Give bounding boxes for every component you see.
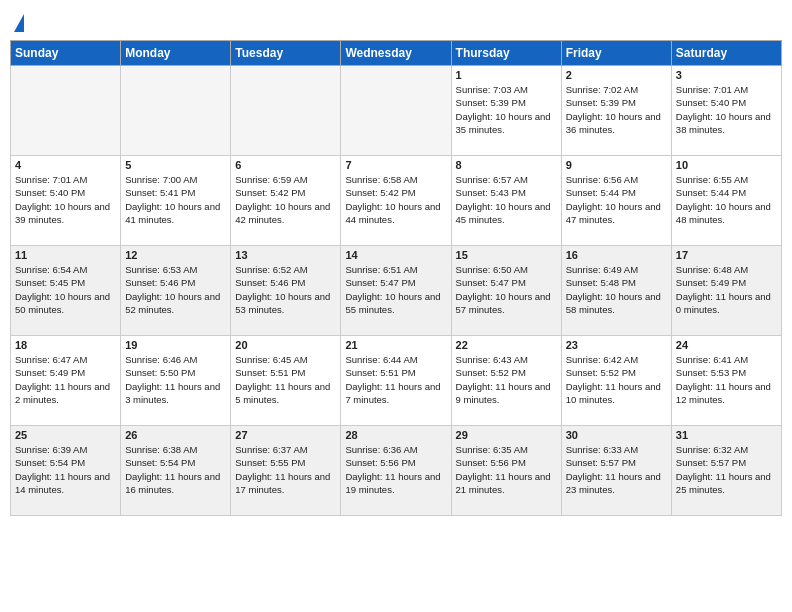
calendar-day-cell [121,66,231,156]
day-info: Sunrise: 6:43 AMSunset: 5:52 PMDaylight:… [456,353,557,406]
calendar-day-cell: 26Sunrise: 6:38 AMSunset: 5:54 PMDayligh… [121,426,231,516]
calendar-day-cell: 5Sunrise: 7:00 AMSunset: 5:41 PMDaylight… [121,156,231,246]
calendar-day-cell: 28Sunrise: 6:36 AMSunset: 5:56 PMDayligh… [341,426,451,516]
day-number: 21 [345,339,446,351]
day-number: 25 [15,429,116,441]
day-info: Sunrise: 6:46 AMSunset: 5:50 PMDaylight:… [125,353,226,406]
day-info: Sunrise: 6:47 AMSunset: 5:49 PMDaylight:… [15,353,116,406]
day-info: Sunrise: 6:32 AMSunset: 5:57 PMDaylight:… [676,443,777,496]
day-number: 27 [235,429,336,441]
calendar-day-cell: 21Sunrise: 6:44 AMSunset: 5:51 PMDayligh… [341,336,451,426]
day-number: 1 [456,69,557,81]
calendar-day-header: Monday [121,41,231,66]
day-number: 19 [125,339,226,351]
day-number: 5 [125,159,226,171]
day-info: Sunrise: 6:41 AMSunset: 5:53 PMDaylight:… [676,353,777,406]
calendar-table: SundayMondayTuesdayWednesdayThursdayFrid… [10,40,782,516]
calendar-day-cell: 19Sunrise: 6:46 AMSunset: 5:50 PMDayligh… [121,336,231,426]
day-number: 15 [456,249,557,261]
day-number: 24 [676,339,777,351]
day-info: Sunrise: 7:01 AMSunset: 5:40 PMDaylight:… [676,83,777,136]
calendar-day-cell: 20Sunrise: 6:45 AMSunset: 5:51 PMDayligh… [231,336,341,426]
day-info: Sunrise: 6:38 AMSunset: 5:54 PMDaylight:… [125,443,226,496]
day-info: Sunrise: 6:54 AMSunset: 5:45 PMDaylight:… [15,263,116,316]
day-number: 17 [676,249,777,261]
day-info: Sunrise: 7:03 AMSunset: 5:39 PMDaylight:… [456,83,557,136]
day-number: 13 [235,249,336,261]
calendar-day-cell: 22Sunrise: 6:43 AMSunset: 5:52 PMDayligh… [451,336,561,426]
calendar-day-cell: 14Sunrise: 6:51 AMSunset: 5:47 PMDayligh… [341,246,451,336]
day-info: Sunrise: 6:36 AMSunset: 5:56 PMDaylight:… [345,443,446,496]
calendar-day-header: Tuesday [231,41,341,66]
page-header [10,10,782,32]
day-number: 28 [345,429,446,441]
day-number: 11 [15,249,116,261]
day-number: 9 [566,159,667,171]
calendar-day-cell: 24Sunrise: 6:41 AMSunset: 5:53 PMDayligh… [671,336,781,426]
day-info: Sunrise: 6:58 AMSunset: 5:42 PMDaylight:… [345,173,446,226]
day-info: Sunrise: 6:33 AMSunset: 5:57 PMDaylight:… [566,443,667,496]
day-number: 2 [566,69,667,81]
calendar-week-row: 1Sunrise: 7:03 AMSunset: 5:39 PMDaylight… [11,66,782,156]
day-number: 14 [345,249,446,261]
calendar-day-cell: 2Sunrise: 7:02 AMSunset: 5:39 PMDaylight… [561,66,671,156]
day-number: 23 [566,339,667,351]
calendar-day-cell: 25Sunrise: 6:39 AMSunset: 5:54 PMDayligh… [11,426,121,516]
calendar-day-cell: 16Sunrise: 6:49 AMSunset: 5:48 PMDayligh… [561,246,671,336]
calendar-week-row: 4Sunrise: 7:01 AMSunset: 5:40 PMDaylight… [11,156,782,246]
calendar-header-row: SundayMondayTuesdayWednesdayThursdayFrid… [11,41,782,66]
day-info: Sunrise: 6:52 AMSunset: 5:46 PMDaylight:… [235,263,336,316]
calendar-day-cell: 8Sunrise: 6:57 AMSunset: 5:43 PMDaylight… [451,156,561,246]
day-number: 20 [235,339,336,351]
calendar-day-header: Thursday [451,41,561,66]
day-info: Sunrise: 6:50 AMSunset: 5:47 PMDaylight:… [456,263,557,316]
day-number: 16 [566,249,667,261]
calendar-day-cell: 6Sunrise: 6:59 AMSunset: 5:42 PMDaylight… [231,156,341,246]
day-info: Sunrise: 6:39 AMSunset: 5:54 PMDaylight:… [15,443,116,496]
day-info: Sunrise: 6:53 AMSunset: 5:46 PMDaylight:… [125,263,226,316]
day-info: Sunrise: 6:44 AMSunset: 5:51 PMDaylight:… [345,353,446,406]
logo [10,10,24,32]
day-number: 18 [15,339,116,351]
calendar-day-cell: 12Sunrise: 6:53 AMSunset: 5:46 PMDayligh… [121,246,231,336]
calendar-day-cell: 4Sunrise: 7:01 AMSunset: 5:40 PMDaylight… [11,156,121,246]
day-info: Sunrise: 6:49 AMSunset: 5:48 PMDaylight:… [566,263,667,316]
day-info: Sunrise: 6:55 AMSunset: 5:44 PMDaylight:… [676,173,777,226]
calendar-day-cell: 13Sunrise: 6:52 AMSunset: 5:46 PMDayligh… [231,246,341,336]
day-number: 30 [566,429,667,441]
calendar-day-header: Friday [561,41,671,66]
day-number: 3 [676,69,777,81]
calendar-week-row: 25Sunrise: 6:39 AMSunset: 5:54 PMDayligh… [11,426,782,516]
calendar-day-cell: 17Sunrise: 6:48 AMSunset: 5:49 PMDayligh… [671,246,781,336]
day-info: Sunrise: 6:35 AMSunset: 5:56 PMDaylight:… [456,443,557,496]
calendar-day-cell: 1Sunrise: 7:03 AMSunset: 5:39 PMDaylight… [451,66,561,156]
day-number: 26 [125,429,226,441]
calendar-day-cell: 9Sunrise: 6:56 AMSunset: 5:44 PMDaylight… [561,156,671,246]
calendar-day-cell: 31Sunrise: 6:32 AMSunset: 5:57 PMDayligh… [671,426,781,516]
day-info: Sunrise: 7:02 AMSunset: 5:39 PMDaylight:… [566,83,667,136]
day-info: Sunrise: 6:56 AMSunset: 5:44 PMDaylight:… [566,173,667,226]
calendar-day-cell: 15Sunrise: 6:50 AMSunset: 5:47 PMDayligh… [451,246,561,336]
day-number: 4 [15,159,116,171]
day-number: 8 [456,159,557,171]
calendar-day-cell [231,66,341,156]
day-info: Sunrise: 6:57 AMSunset: 5:43 PMDaylight:… [456,173,557,226]
day-info: Sunrise: 7:00 AMSunset: 5:41 PMDaylight:… [125,173,226,226]
calendar-day-header: Saturday [671,41,781,66]
calendar-day-cell: 30Sunrise: 6:33 AMSunset: 5:57 PMDayligh… [561,426,671,516]
calendar-day-cell: 7Sunrise: 6:58 AMSunset: 5:42 PMDaylight… [341,156,451,246]
day-number: 7 [345,159,446,171]
day-info: Sunrise: 6:45 AMSunset: 5:51 PMDaylight:… [235,353,336,406]
calendar-week-row: 18Sunrise: 6:47 AMSunset: 5:49 PMDayligh… [11,336,782,426]
logo-arrow-icon [14,14,24,32]
day-info: Sunrise: 6:37 AMSunset: 5:55 PMDaylight:… [235,443,336,496]
calendar-day-cell: 18Sunrise: 6:47 AMSunset: 5:49 PMDayligh… [11,336,121,426]
calendar-day-header: Sunday [11,41,121,66]
day-number: 29 [456,429,557,441]
day-info: Sunrise: 6:51 AMSunset: 5:47 PMDaylight:… [345,263,446,316]
calendar-day-cell: 10Sunrise: 6:55 AMSunset: 5:44 PMDayligh… [671,156,781,246]
day-info: Sunrise: 7:01 AMSunset: 5:40 PMDaylight:… [15,173,116,226]
calendar-week-row: 11Sunrise: 6:54 AMSunset: 5:45 PMDayligh… [11,246,782,336]
calendar-day-header: Wednesday [341,41,451,66]
day-number: 31 [676,429,777,441]
